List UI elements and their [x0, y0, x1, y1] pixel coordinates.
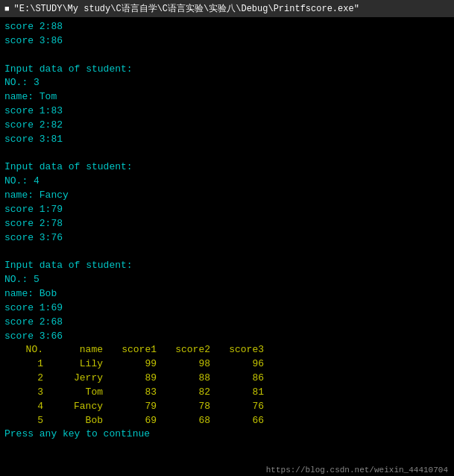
output-line: Input data of student:	[4, 63, 450, 77]
output-line: NO.: 4	[4, 175, 450, 189]
col-header-no: NO.	[4, 343, 43, 357]
output-line: score 3:66	[4, 330, 450, 344]
cell-no: 2	[4, 372, 43, 386]
cell-no: 3	[4, 386, 43, 400]
cell-s3: 76	[210, 400, 264, 414]
cell-name: Lily	[43, 357, 103, 372]
table-header-row: NO. name score1 score2 score3	[4, 343, 450, 357]
table-row: 4 Fancy 79 78 76	[4, 400, 450, 414]
table-row: 2 Jerry 89 88 86	[4, 372, 450, 386]
output-line: Input data of student:	[4, 160, 450, 175]
output-line: name: Tom	[4, 90, 450, 104]
col-header-score2: score2	[157, 343, 210, 357]
cell-s3: 66	[210, 414, 264, 428]
press-any-key: Press any key to continue	[4, 428, 450, 442]
blank-line	[4, 245, 450, 260]
watermark: https://blog.csdn.net/weixin_44410704	[0, 464, 454, 476]
cell-name: Bob	[43, 414, 103, 428]
output-line: score 3:76	[4, 231, 450, 245]
cell-no: 1	[4, 357, 43, 372]
console-output: score 2:88 score 3:86 Input data of stud…	[0, 17, 454, 464]
output-line: score 3:86	[4, 34, 450, 48]
col-header-score3: score3	[210, 343, 264, 357]
cell-s2: 82	[157, 386, 210, 400]
cell-s1: 69	[103, 414, 157, 428]
cell-s1: 83	[103, 386, 157, 400]
table-row: 1 Lily 99 98 96	[4, 357, 450, 372]
cell-s3: 86	[210, 372, 264, 386]
output-line: name: Fancy	[4, 189, 450, 203]
output-line: score 1:83	[4, 104, 450, 119]
blank-line	[4, 48, 450, 63]
cell-name: Tom	[43, 386, 103, 400]
window-icon: ■	[4, 4, 10, 13]
col-header-score1: score1	[103, 343, 157, 357]
cell-name: Jerry	[43, 372, 103, 386]
output-line: Input data of student:	[4, 259, 450, 273]
table-row: 5 Bob 69 68 66	[4, 414, 450, 428]
table-row: 3 Tom 83 82 81	[4, 386, 450, 400]
cell-s1: 89	[103, 372, 157, 386]
output-line: score 1:69	[4, 301, 450, 316]
output-line: score 2:82	[4, 119, 450, 133]
col-header-name: name	[43, 343, 103, 357]
output-line: name: Bob	[4, 287, 450, 301]
output-line: score 2:88	[4, 20, 450, 34]
cell-s3: 81	[210, 386, 264, 400]
output-line: score 2:68	[4, 316, 450, 330]
cell-s1: 99	[103, 357, 157, 372]
console-window: ■ "E:\STUDY\My study\C语言自学\C语言实验\实验八\Deb…	[0, 0, 454, 476]
cell-s2: 98	[157, 357, 210, 372]
title-path: "E:\STUDY\My study\C语言自学\C语言实验\实验八\Debug…	[14, 2, 359, 15]
cell-s1: 79	[103, 400, 157, 414]
cell-s2: 68	[157, 414, 210, 428]
cell-s3: 96	[210, 357, 264, 372]
output-line: score 2:78	[4, 217, 450, 231]
output-line: NO.: 5	[4, 273, 450, 287]
cell-s2: 88	[157, 372, 210, 386]
cell-name: Fancy	[43, 400, 103, 414]
output-line: NO.: 3	[4, 76, 450, 90]
title-bar: ■ "E:\STUDY\My study\C语言自学\C语言实验\实验八\Deb…	[0, 0, 454, 17]
blank-line	[4, 147, 450, 161]
output-line: score 1:79	[4, 203, 450, 217]
cell-no: 5	[4, 414, 43, 428]
cell-no: 4	[4, 400, 43, 414]
cell-s2: 78	[157, 400, 210, 414]
output-line: score 3:81	[4, 133, 450, 147]
